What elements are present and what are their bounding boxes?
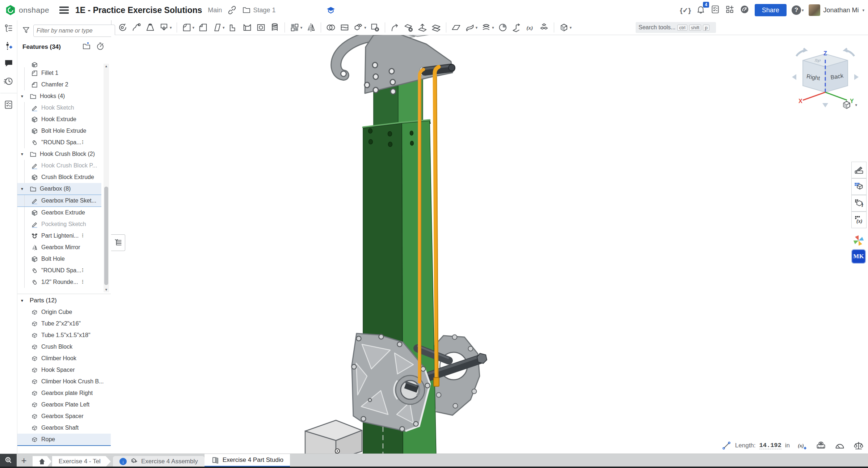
feature-row[interactable]: Fillet 1 xyxy=(17,67,101,79)
feature-row[interactable]: "ROUND Spa...⁝ xyxy=(17,265,101,276)
pan-left-arrow[interactable] xyxy=(792,74,796,80)
document-tab[interactable]: Exercise 4 Part Studio xyxy=(205,454,290,467)
modify-fillet-button[interactable] xyxy=(389,22,401,33)
feature-row[interactable]: "ROUND Spa...⁝ xyxy=(17,137,101,148)
feature-row[interactable]: Gearbox Extrude xyxy=(17,207,101,218)
rotate-right-arrow[interactable] xyxy=(845,48,854,56)
create-variable-button[interactable] xyxy=(797,441,807,451)
feature-row[interactable]: Bolt Hole Extrude xyxy=(17,125,101,137)
3d-model[interactable] xyxy=(111,35,868,454)
featurescript-notice-icon[interactable]: ⁝ xyxy=(82,267,83,274)
length-value[interactable]: 14.192 xyxy=(759,442,781,449)
part-row[interactable]: Gearbox Spacer xyxy=(17,410,111,422)
mass-properties-button[interactable] xyxy=(854,441,864,451)
chevron-down-icon[interactable]: ▾ xyxy=(21,152,28,157)
part-row[interactable]: Hook Spacer xyxy=(17,364,111,376)
plane-button[interactable] xyxy=(450,22,462,33)
variables-table-button[interactable] xyxy=(851,212,867,228)
mk-app-button[interactable]: MK xyxy=(851,249,866,264)
configurations-button[interactable] xyxy=(851,195,867,212)
part-row[interactable]: Climber Hook xyxy=(17,353,111,364)
pan-right-arrow[interactable] xyxy=(854,74,859,80)
panel-collapse-toggle[interactable] xyxy=(111,234,125,251)
offset-surface-button[interactable]: ▾ xyxy=(464,22,479,33)
chevron-down-icon[interactable]: ▾ xyxy=(21,186,28,191)
pan-down-arrow[interactable] xyxy=(822,103,828,107)
view-options-button[interactable]: ▾ xyxy=(841,99,857,110)
education-icon[interactable] xyxy=(326,5,336,15)
display-options-button[interactable]: ▾ xyxy=(558,22,573,33)
document-tab[interactable]: ↓Exercise 4 Assembly xyxy=(113,456,205,467)
feature-row[interactable]: Gearbox Plate Sket... xyxy=(17,195,101,207)
notifications-button[interactable]: 4 xyxy=(696,5,705,16)
replace-face-button[interactable] xyxy=(430,22,442,33)
learning-center-button[interactable] xyxy=(740,4,750,16)
rollback-timer-icon[interactable] xyxy=(96,42,105,52)
angle-tool-button[interactable] xyxy=(835,441,845,451)
part-row[interactable]: Tube 2"x2"x16" xyxy=(17,318,111,329)
revolve-button[interactable] xyxy=(117,22,129,33)
hole-button[interactable] xyxy=(255,22,267,33)
origin-cube[interactable] xyxy=(305,420,362,454)
feature-row[interactable] xyxy=(17,62,101,67)
feature-row[interactable]: Hook Crush Block P... xyxy=(17,160,101,171)
part-row[interactable]: Tube 1.5"x1.5"x18" xyxy=(17,329,111,341)
chevron-down-icon[interactable]: ▾ xyxy=(21,94,28,99)
fillet-button[interactable]: ▾ xyxy=(181,22,196,33)
featurescript-notice-icon[interactable]: ⁝ xyxy=(82,279,83,285)
helix-button[interactable]: ▾ xyxy=(480,22,495,33)
delete-part-button[interactable] xyxy=(369,22,381,33)
feature-folder-row[interactable]: ▾Hook Crush Block (2) xyxy=(17,148,101,160)
share-button[interactable]: Share xyxy=(755,4,787,16)
custom-tables-button[interactable] xyxy=(851,178,867,195)
feature-row[interactable]: Hook Sketch xyxy=(17,102,101,114)
feature-row[interactable]: Pocketing Sketch xyxy=(17,218,101,230)
linear-pattern-button[interactable]: ▾ xyxy=(288,22,304,33)
feature-row[interactable]: 1/2" Rounde...⁝ xyxy=(17,276,101,288)
feature-row[interactable]: Crush Block Extrude xyxy=(17,171,101,183)
shell-button[interactable] xyxy=(241,22,253,33)
graphics-viewport[interactable]: Top Right Back Z X Y ▾ Length: 14.192 in xyxy=(111,35,868,454)
new-tab-button[interactable]: + xyxy=(17,454,31,467)
split-button[interactable] xyxy=(338,22,351,33)
feature-row[interactable]: Chamfer 2 xyxy=(17,79,101,90)
onshape-logo[interactable]: onshape xyxy=(5,5,49,16)
feature-row[interactable]: Bolt Hole xyxy=(17,253,101,265)
tasks-button[interactable] xyxy=(711,5,720,16)
boolean-button[interactable] xyxy=(325,22,337,33)
parts-section-header[interactable]: ▾ Parts (12) xyxy=(17,295,111,306)
delete-face-button[interactable] xyxy=(403,22,415,33)
pinwheel-app-button[interactable] xyxy=(851,233,866,248)
measure-tool-button[interactable] xyxy=(816,441,826,451)
version-name[interactable]: Stage 1 xyxy=(253,7,275,14)
variable-button[interactable] xyxy=(524,22,536,33)
new-folder-button[interactable] xyxy=(82,42,91,52)
feature-row[interactable]: Gearbox Mirror xyxy=(17,242,101,253)
part-row[interactable]: Origin Cube xyxy=(17,306,111,318)
workspace-name[interactable]: Main xyxy=(208,7,222,14)
filter-input[interactable] xyxy=(33,25,115,37)
part-row[interactable]: Gearbox Plate Left xyxy=(17,399,111,410)
part-row[interactable]: Crush Block xyxy=(17,341,111,353)
custom-features-button[interactable] xyxy=(538,22,550,33)
part-row[interactable]: Gearbox Shaft xyxy=(17,422,111,434)
app-store-button[interactable] xyxy=(725,5,734,16)
feature-row[interactable]: Hook Extrude xyxy=(17,114,101,125)
help-menu[interactable]: ? ▾ xyxy=(792,5,804,15)
hamburger-menu-icon[interactable] xyxy=(59,7,69,14)
scroll-down-arrow[interactable]: ▼ xyxy=(104,288,109,292)
part-row[interactable]: Gearbox plate Right xyxy=(17,387,111,399)
thicken-button[interactable]: ▾ xyxy=(158,22,173,33)
mirror-button[interactable] xyxy=(305,22,317,33)
scroll-up-arrow[interactable]: ▲ xyxy=(104,64,109,68)
part-row[interactable]: Rope xyxy=(17,434,111,446)
appearance-panel-button[interactable] xyxy=(851,162,867,178)
follow-mode-button[interactable] xyxy=(4,100,13,111)
search-tools-box[interactable]: Search tools... ctrlshiftp xyxy=(636,22,716,33)
thread-button[interactable] xyxy=(269,22,281,33)
transform-button[interactable]: ▾ xyxy=(352,22,367,33)
feature-row[interactable]: Part Lighteni...⁝ xyxy=(17,230,101,242)
rib-button[interactable] xyxy=(227,22,240,33)
history-button[interactable] xyxy=(4,76,13,87)
comments-button[interactable] xyxy=(4,59,13,69)
